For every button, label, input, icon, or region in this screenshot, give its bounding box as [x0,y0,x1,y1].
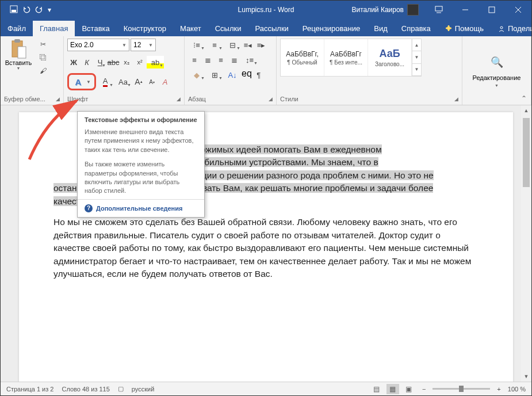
zoom-in-button[interactable]: + [493,386,504,393]
tab-design[interactable]: Конструктор [117,21,173,36]
borders-button[interactable]: ⊞▼ [206,68,223,81]
ribbon-tabs: Файл Главная Вставка Конструктор Макет С… [1,19,531,36]
svg-rect-4 [489,7,495,13]
align-justify-button[interactable]: ≣ [228,54,240,66]
status-proofing-icon[interactable]: ▢ [118,385,124,393]
zoom-slider[interactable] [433,388,490,390]
tab-home[interactable]: Главная [33,21,75,36]
tab-review[interactable]: Рецензирование [296,21,367,36]
clipboard-dialog-launcher[interactable]: ◢ [56,96,60,102]
view-web-icon[interactable]: ▣ [403,384,415,394]
subscript-button[interactable]: x₂ [120,56,133,68]
superscript-button[interactable]: x² [133,56,146,68]
underline-button[interactable]: Ч▼ [94,56,106,68]
show-pilcrow-button[interactable]: ¶ [252,68,265,81]
numbering-button[interactable]: ≡▼ [206,39,223,51]
font-name-combo[interactable]: Exo 2.0▼ [67,39,129,51]
share-button[interactable]: Поделиться [491,21,532,36]
status-words[interactable]: Слово 48 из 115 [62,386,109,393]
sort-button[interactable]: A↓ [224,68,241,81]
font-size-combo[interactable]: 12▼ [131,39,156,51]
italic-button[interactable]: К [81,56,93,68]
group-clipboard: Вставить ▼ ✂ ⿻ 🖌 Буфер обме...◢ [1,36,64,105]
strikethrough-button[interactable]: abc [107,56,120,68]
group-paragraph-label: Абзац [188,96,206,102]
user-name[interactable]: Виталий Каиров [351,6,404,14]
scroll-down-icon[interactable]: ▼ [521,371,531,382]
shading-button[interactable]: ◆▼ [188,68,205,81]
gallery-more[interactable]: ▼ [412,64,421,76]
highlight-button[interactable]: ab▼ [147,56,164,68]
multilevel-button[interactable]: ⊟▼ [224,39,241,51]
change-case-button[interactable]: Aa▼ [114,75,132,88]
maximize-button[interactable] [479,1,505,19]
tab-file[interactable]: Файл [1,21,33,36]
text-effects-button[interactable]: A [71,76,85,87]
bullets-button[interactable]: ⁝≡▼ [188,39,205,51]
grow-font-button[interactable]: A▴ [132,75,145,88]
styles-dialog-launcher[interactable]: ◢ [454,96,458,102]
redo-icon[interactable] [35,5,43,15]
align-center-button[interactable]: ≣ [201,54,214,66]
minimize-button[interactable] [452,1,479,19]
style-nospacing[interactable]: АаБбВвГг ¶ Без инте... [324,39,368,76]
help-icon: ? [85,204,93,212]
vertical-scrollbar[interactable]: ▲ ▼ [521,105,531,382]
decrease-indent-button[interactable]: ≡◂ [242,39,254,51]
style-normal[interactable]: АаБбВвГг, ¶ Обычный [281,39,324,76]
view-read-icon[interactable]: ▤ [370,384,383,394]
font-color-button[interactable]: A▼ [97,75,114,88]
font-dialog-launcher[interactable]: ◢ [177,96,181,102]
tab-help[interactable]: Справка [395,21,438,36]
shrink-font-button[interactable]: A▾ [146,75,158,88]
tab-layout[interactable]: Макет [173,21,208,36]
autosave-icon[interactable] [10,5,18,15]
text-effects-highlighted: A ▼ [67,73,96,90]
status-page[interactable]: Страница 1 из 2 [6,386,53,393]
bold-button[interactable]: Ж [67,56,80,68]
find-icon[interactable]: 🔍 [491,56,503,68]
group-font: Exo 2.0▼ 12▼ Ж К Ч▼ abc x₂ x² ab▼ A ▼ [64,36,185,105]
scroll-thumb[interactable] [523,118,530,187]
increase-indent-button[interactable]: ≡▸ [255,39,267,51]
style-heading1[interactable]: АаБ Заголово... [368,39,412,76]
tab-view[interactable]: Вид [367,21,395,36]
paragraph-dialog-launcher[interactable]: ◢ [269,96,273,102]
close-button[interactable] [505,1,531,19]
tell-me-button[interactable]: Помощь [438,21,491,36]
styles-gallery[interactable]: АаБбВвГг, ¶ Обычный АаБбВвГг ¶ Без инте.… [280,39,422,77]
collapse-ribbon-icon[interactable]: ⌃ [521,94,527,102]
clear-formatting-button[interactable]: A [159,75,171,88]
svg-rect-9 [14,39,20,43]
window-title: Lumpics.ru - Word [238,6,294,14]
status-language[interactable]: русский [132,386,154,393]
text-effects-dropdown[interactable]: ▼ [85,76,92,87]
tab-insert[interactable]: Вставка [75,21,116,36]
tab-mailings[interactable]: Рассылки [248,21,295,36]
undo-icon[interactable] [22,5,30,15]
tooltip-body2: Вы также можете изменить параметры оформ… [78,158,204,199]
tooltip-more-link[interactable]: ? Дополнительные сведения [78,199,204,217]
svg-point-7 [500,26,503,29]
gallery-down[interactable]: ▼ [412,51,421,63]
paste-button[interactable]: Вставить [5,59,32,66]
tooltip-text-effects: Текстовые эффекты и оформление Изменение… [77,111,205,218]
line-spacing-button[interactable]: ↕≡▼ [241,54,258,66]
zoom-level[interactable]: 100 % [508,386,526,393]
ribbon-options-button[interactable] [426,1,452,19]
scroll-up-icon[interactable]: ▲ [521,105,531,116]
tab-references[interactable]: Ссылки [208,21,248,36]
format-painter-icon[interactable]: 🖌 [37,65,49,77]
gallery-up[interactable]: ▲ [412,39,421,51]
editing-button[interactable]: Редактирование [473,74,521,81]
align-left-button[interactable]: ≡ [188,54,201,66]
svg-rect-10 [18,47,26,58]
copy-icon[interactable]: ⿻ [37,52,49,63]
paste-icon[interactable] [10,39,27,59]
cut-icon[interactable]: ✂ [37,39,49,50]
view-print-icon[interactable]: ▦ [386,384,399,394]
align-right-button[interactable]: ≡ [215,54,227,66]
qat-more-icon[interactable]: ▾ [48,6,51,14]
zoom-out-button[interactable]: − [419,386,429,393]
avatar[interactable] [407,4,419,16]
